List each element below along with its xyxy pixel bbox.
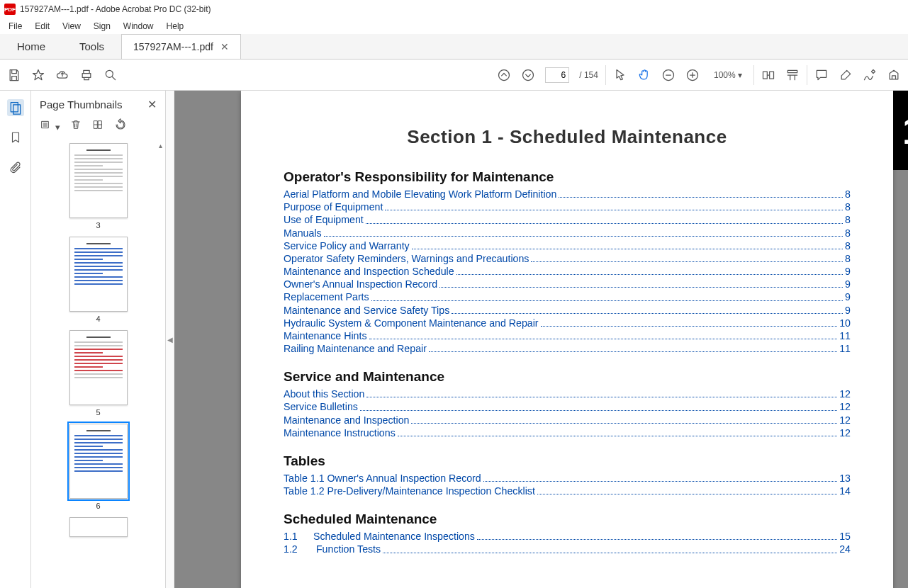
page-number-input[interactable] (545, 67, 569, 83)
menu-help[interactable]: Help (161, 20, 190, 33)
section-title: Section 1 - Scheduled Maintenance (284, 126, 851, 148)
toc-entry[interactable]: Table 1.1 Owner's Annual Inspection Reco… (284, 472, 851, 485)
menu-sign[interactable]: Sign (88, 20, 116, 33)
svg-rect-6 (13, 105, 20, 114)
scroll-up-icon[interactable]: ▴ (159, 142, 162, 149)
thumb-delete-icon[interactable] (70, 118, 82, 133)
toc-entry[interactable]: 1.1Scheduled Maintenance Inspections15 (284, 530, 851, 543)
thumbnail-page-number: 4 (96, 315, 100, 323)
share-cloud-icon[interactable] (55, 68, 69, 82)
toc-group-heading: Service and Maintenance (284, 369, 851, 385)
window-titlebar: PDF 157927AM---1.pdf - Adobe Acrobat Pro… (0, 0, 908, 18)
rail-thumbnails-icon[interactable] (7, 99, 24, 116)
sign-pen-icon[interactable] (863, 68, 877, 82)
thumbnail-panel-title: Page Thumbnails (40, 98, 122, 111)
menu-file[interactable]: File (3, 20, 28, 33)
window-title: 157927AM---1.pdf - Adobe Acrobat Pro DC … (20, 4, 211, 14)
thumbnail-page[interactable] (69, 517, 128, 537)
toc-entry[interactable]: Owner's Annual Inspection Record9 (284, 278, 851, 290)
thumbnail-page[interactable] (69, 330, 128, 405)
toc-entry[interactable]: Service Policy and Warranty8 (284, 239, 851, 252)
section-number-tab: 1 (893, 91, 908, 170)
zoom-in-icon[interactable] (685, 68, 700, 82)
toc-entry[interactable]: Table 1.2 Pre-Delivery/Maintenance Inspe… (284, 485, 851, 497)
menu-window[interactable]: Window (118, 20, 159, 33)
menu-bar: File Edit View Sign Window Help (0, 18, 908, 34)
select-arrow-icon[interactable] (613, 68, 627, 82)
toc-entry[interactable]: Use of Equipment8 (284, 213, 851, 226)
thumbnail-page[interactable] (69, 143, 128, 218)
thumbnail-panel: Page Thumbnails ✕ ▾ ▴ 3456 (31, 91, 166, 588)
svg-point-1 (499, 69, 510, 80)
document-viewport[interactable]: 1 Section 1 - Scheduled Maintenance Oper… (174, 91, 908, 588)
toc-entry[interactable]: Maintenance and Inspection Schedule9 (284, 265, 851, 278)
find-icon[interactable] (103, 68, 118, 82)
tab-home[interactable]: Home (0, 34, 62, 59)
svg-point-2 (523, 69, 534, 80)
toc-entry[interactable]: Hydraulic System & Component Maintenance… (284, 317, 851, 329)
comment-icon[interactable] (814, 68, 829, 82)
toc-entry[interactable]: Maintenance and Inspection12 (284, 414, 851, 426)
page-total-label: / 154 (579, 70, 598, 80)
table-of-contents: Operator's Responsibility for Maintenanc… (284, 169, 851, 556)
toc-entry[interactable]: Manuals8 (284, 227, 851, 239)
toc-entry[interactable]: Aerial Platform and Mobile Elevating Wor… (284, 188, 851, 200)
toc-entry[interactable]: About this Section12 (284, 388, 851, 400)
toc-entry[interactable]: 1.2 Function Tests24 (284, 543, 851, 555)
thumb-layout-icon[interactable] (91, 119, 104, 132)
panel-collapse-handle[interactable]: ◀ (166, 91, 174, 588)
pan-hand-icon[interactable] (637, 68, 651, 82)
star-icon[interactable] (31, 68, 45, 82)
tab-tools[interactable]: Tools (62, 34, 121, 59)
thumbnail-list[interactable]: ▴ 3456 (31, 139, 165, 588)
highlight-icon[interactable] (839, 68, 853, 82)
toc-entry[interactable]: Service Bulletins12 (284, 400, 851, 413)
thumb-options-icon[interactable]: ▾ (40, 119, 60, 132)
print-icon[interactable] (79, 68, 94, 82)
tab-current-file[interactable]: 157927AM---1.pdf ✕ (121, 34, 241, 59)
toc-entry[interactable]: Operator Safety Reminders, Warnings and … (284, 252, 851, 265)
toc-group-heading: Operator's Responsibility for Maintenanc… (284, 169, 851, 185)
page-down-icon[interactable] (521, 68, 535, 82)
close-tab-icon[interactable]: ✕ (220, 41, 229, 52)
page-content: 1 Section 1 - Scheduled Maintenance Oper… (241, 91, 893, 588)
toc-entry[interactable]: Maintenance and Service Safety Tips9 (284, 304, 851, 317)
toc-entry[interactable]: Replacement Parts9 (284, 290, 851, 303)
toc-group-heading: Scheduled Maintenance (284, 511, 851, 527)
toc-entry[interactable]: Maintenance Instructions12 (284, 426, 851, 439)
toc-entry[interactable]: Railing Maintenance and Repair11 (284, 342, 851, 355)
zoom-level-label[interactable]: 100% ▾ (710, 70, 746, 80)
main-toolbar: / 154 100% ▾ (0, 60, 908, 91)
document-tabs: Home Tools 157927AM---1.pdf ✕ (0, 34, 908, 60)
thumbnail-page[interactable] (69, 424, 128, 499)
thumbnail-page[interactable] (69, 237, 128, 312)
fit-page-icon[interactable] (785, 68, 800, 82)
page-up-icon[interactable] (497, 68, 511, 82)
thumbnail-page-number: 5 (96, 408, 100, 417)
toc-entry[interactable]: Purpose of Equipment8 (284, 200, 851, 213)
menu-view[interactable]: View (57, 20, 86, 33)
toc-group-heading: Tables (284, 453, 851, 469)
save-icon[interactable] (7, 68, 21, 82)
toc-entry[interactable]: Maintenance Hints11 (284, 329, 851, 342)
tab-file-label: 157927AM---1.pdf (133, 41, 213, 52)
stamp-icon[interactable] (887, 68, 901, 82)
close-panel-icon[interactable]: ✕ (147, 98, 157, 111)
thumb-rotate-icon[interactable] (114, 118, 127, 133)
rail-attachment-icon[interactable] (7, 159, 24, 176)
thumbnail-page-number: 6 (96, 502, 100, 510)
fit-width-icon[interactable] (761, 68, 775, 82)
nav-rail (0, 91, 31, 588)
pdf-app-icon: PDF (4, 4, 16, 15)
menu-edit[interactable]: Edit (29, 20, 55, 33)
zoom-out-icon[interactable] (661, 68, 676, 82)
svg-point-0 (106, 70, 113, 77)
rail-bookmark-icon[interactable] (7, 129, 24, 146)
thumbnail-page-number: 3 (96, 221, 100, 230)
svg-rect-5 (11, 103, 18, 112)
